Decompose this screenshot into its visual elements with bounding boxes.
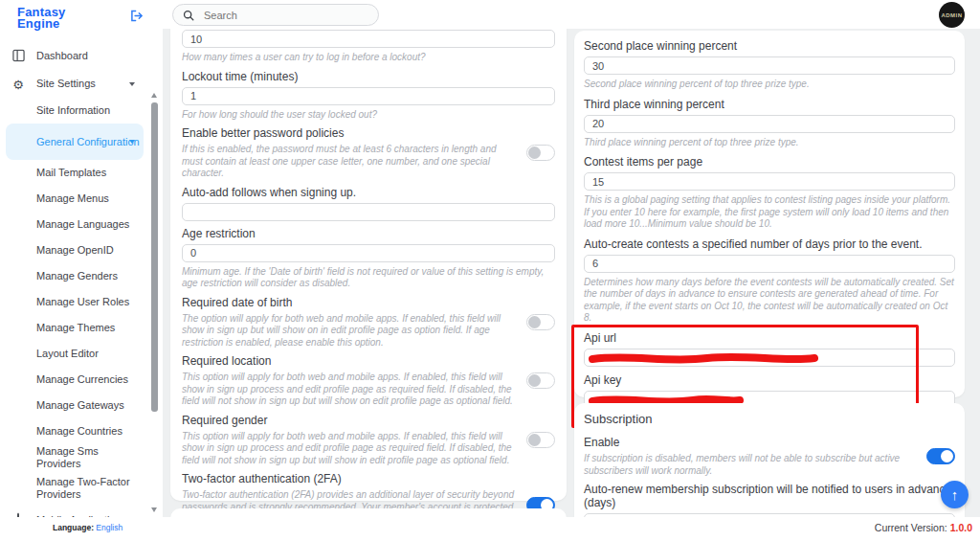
auto-create-contests-field: Auto-create contests a specified number … [584, 237, 955, 325]
app-logo: Fantasy Engine [17, 7, 66, 30]
lockout-time-input[interactable] [182, 87, 555, 105]
login-attempts-field: How many times a user can try to log in … [182, 30, 555, 64]
scrollbar-down-arrow-icon[interactable] [151, 507, 157, 512]
field-helper: For how long should the user stay locked… [182, 109, 555, 122]
contest-items-field: Contest items per page This is a global … [584, 155, 955, 231]
sidebar-item-site-settings[interactable]: ⚙ Site Settings [6, 70, 144, 98]
field-label: Enable better password policies [182, 126, 515, 140]
logout-icon[interactable] [130, 10, 144, 22]
sidebar-item-manage-countries[interactable]: Manage Countries [6, 418, 144, 444]
field-label: Lockout time (minutes) [182, 70, 555, 83]
required-location-toggle[interactable] [526, 372, 555, 389]
subscription-enable-toggle[interactable] [926, 448, 955, 464]
field-label: Contest items per page [584, 155, 955, 169]
chevron-down-icon [129, 82, 135, 86]
sidebar-item-site-information[interactable]: Site Information [6, 98, 144, 124]
avatar-label: ADMIN [941, 12, 962, 18]
field-label: Enable [584, 436, 915, 449]
version-value: 1.0.0 [950, 522, 972, 533]
field-label: Second place winning percent [584, 39, 955, 53]
field-helper: Second place winning percent of top thre… [584, 79, 955, 91]
third-place-input[interactable] [584, 115, 955, 133]
auto-create-contests-input[interactable] [584, 255, 955, 273]
required-gender-field: Required gender This option will apply f… [182, 414, 555, 467]
second-place-input[interactable] [584, 56, 955, 75]
field-helper: How many times a user can try to log in … [182, 52, 555, 64]
search-input[interactable] [202, 9, 349, 22]
age-restriction-field: Age restriction Minimum age. If the 'Dat… [182, 227, 555, 290]
dashboard-icon [11, 49, 26, 63]
logo-line2: Engine [17, 18, 66, 30]
sidebar-item-manage-gateways[interactable]: Manage Gateways [6, 393, 144, 418]
field-helper: Minimum age. If the 'Date of birth' fiel… [182, 266, 555, 290]
sidebar-item-manage-currencies[interactable]: Manage Currencies [6, 367, 144, 393]
toggle-knob [528, 374, 541, 387]
sidebar-item-manage-menus[interactable]: Manage Menus [6, 186, 144, 212]
search-box[interactable] [172, 4, 379, 26]
field-helper: Determines how many days before the even… [584, 277, 955, 325]
field-label: Auto-add follows when signing up. [182, 186, 555, 199]
field-helper: Third place winning percent of top three… [584, 137, 955, 149]
language-value[interactable]: English [96, 523, 122, 532]
sidebar-item-manage-user-roles[interactable]: Manage User Roles [6, 289, 144, 315]
field-label: Required gender [182, 414, 515, 427]
arrow-up-icon: ↑ [951, 487, 959, 502]
language-selector: Language: English [53, 523, 122, 532]
sidebar-item-mail-templates[interactable]: Mail Templates [6, 160, 144, 186]
version-text: Current Version: 1.0.0 [875, 522, 972, 533]
gear-icon: ⚙ [11, 78, 26, 90]
required-dob-field: Required date of birth The option will a… [182, 296, 555, 349]
section-title: Subscription [584, 403, 955, 426]
password-policies-field: Enable better password policies If this … [182, 126, 555, 180]
field-label: Age restriction [182, 227, 555, 240]
sidebar-item-label: Site Settings [36, 78, 96, 90]
api-url-field: Api url [584, 331, 955, 367]
avatar[interactable]: ADMIN [939, 2, 965, 28]
required-dob-toggle[interactable] [526, 314, 555, 330]
age-restriction-input[interactable] [182, 244, 555, 262]
sidebar-item-general-configuration[interactable]: General Configuration [6, 124, 144, 160]
sidebar-item-dashboard[interactable]: Dashboard [6, 42, 144, 70]
scroll-top-button[interactable]: ↑ [941, 481, 969, 508]
sidebar-item-manage-themes[interactable]: Manage Themes [6, 315, 144, 341]
toggle-knob [941, 450, 953, 462]
sidebar: Fantasy Engine Dashboard ⚙ Site Settings… [0, 0, 163, 517]
sidebar-nav: Dashboard ⚙ Site Settings Site Informati… [0, 42, 163, 534]
field-helper: This option will apply for both web and … [182, 431, 515, 467]
scrollbar-up-arrow-icon[interactable] [151, 93, 157, 98]
sidebar-item-manage-languages[interactable]: Manage Languages [6, 212, 144, 237]
footer: Language: English Current Version: 1.0.0 [0, 517, 980, 541]
auto-add-follows-input[interactable] [182, 203, 555, 221]
sidebar-scrollbar-thumb[interactable] [151, 102, 158, 412]
auto-add-follows-field: Auto-add follows when signing up. [182, 186, 555, 221]
field-helper: If this is enabled, the password must be… [182, 144, 515, 180]
field-helper: The option will apply for both web and m… [182, 313, 515, 349]
field-helper: This option will apply for both web and … [182, 372, 515, 408]
field-label: Auto-create contests a specified number … [584, 237, 955, 251]
field-label: Auto-renew membership subscription will … [584, 483, 955, 509]
sidebar-item-manage-openid[interactable]: Manage OpenID [6, 237, 144, 263]
toggle-knob [528, 316, 541, 328]
sidebar-item-manage-genders[interactable]: Manage Genders [6, 263, 144, 289]
sidebar-item-layout-editor[interactable]: Layout Editor [6, 341, 144, 367]
login-attempts-input[interactable] [182, 30, 555, 48]
third-place-field: Third place winning percent Third place … [584, 98, 955, 149]
contest-items-input[interactable] [584, 172, 955, 191]
version-label: Current Version: [875, 522, 947, 533]
admin-settings-page: ADMIN Fantasy Engine Dashboard ⚙ Site Se… [0, 0, 980, 541]
sidebar-item-manage-sms-providers[interactable]: Manage Sms Providers [6, 444, 144, 470]
field-label: Required date of birth [182, 296, 515, 309]
top-bar [163, 0, 980, 29]
api-url-input[interactable] [584, 349, 955, 367]
required-gender-toggle[interactable] [526, 432, 555, 448]
search-icon [183, 10, 194, 21]
language-label: Language: [53, 523, 94, 532]
field-label: Two-factor authentication (2FA) [182, 472, 515, 485]
contest-settings-card: Second place winning percent Second plac… [574, 31, 965, 397]
lockout-time-field: Lockout time (minutes) For how long shou… [182, 70, 555, 122]
api-settings-group: Api url Api key [584, 331, 955, 409]
security-settings-card: How many times a user can try to log in … [170, 0, 567, 501]
field-helper: This is a global paging setting that app… [584, 194, 955, 231]
sidebar-item-manage-two-factor-providers[interactable]: Manage Two-Factor Providers [6, 470, 144, 507]
password-policies-toggle[interactable] [526, 145, 555, 161]
